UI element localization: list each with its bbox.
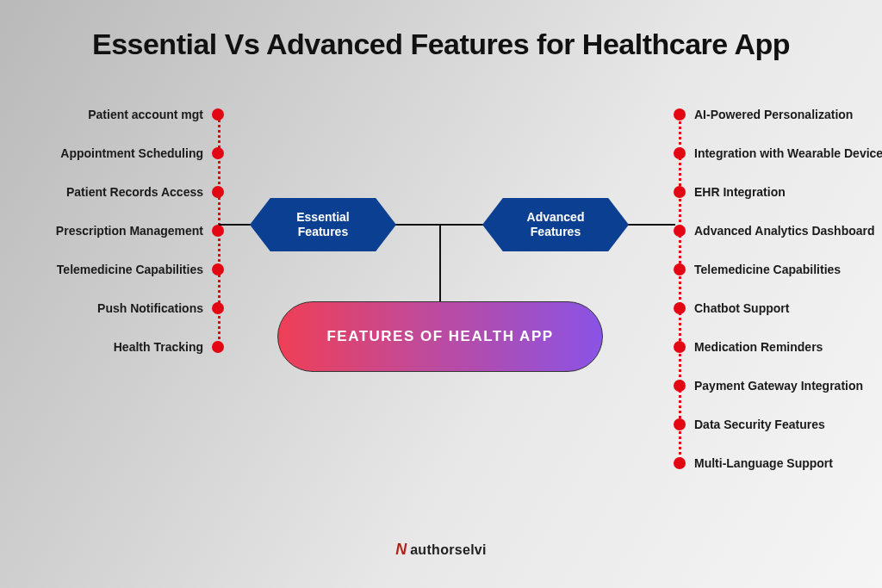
node-label: EssentialFeatures xyxy=(296,210,349,240)
bullet-icon xyxy=(674,263,686,275)
list-item-label: Appointment Scheduling xyxy=(60,146,203,160)
advanced-features-node: AdvancedFeatures xyxy=(482,198,629,251)
list-item-label: Prescription Management xyxy=(56,224,203,238)
list-item-label: Advanced Analytics Dashboard xyxy=(694,224,875,238)
central-pill: FEATURES OF HEALTH APP xyxy=(277,301,603,372)
list-item: Telemedicine Capabilities xyxy=(674,250,880,288)
list-item: Health Tracking xyxy=(26,327,224,366)
list-item: Advanced Analytics Dashboard xyxy=(674,211,880,250)
list-item-label: Multi-Language Support xyxy=(694,456,833,470)
list-item-label: Data Security Features xyxy=(694,418,825,431)
list-item-label: Telemedicine Capabilities xyxy=(694,263,841,276)
bullet-icon xyxy=(212,186,224,198)
list-item-label: Patient Records Access xyxy=(66,185,203,199)
bullet-icon xyxy=(212,263,224,275)
list-item: AI-Powered Personalization xyxy=(674,95,880,133)
list-item-label: Chatbot Support xyxy=(694,301,789,315)
bullet-icon xyxy=(674,418,686,430)
list-item: Integration with Wearable Devices xyxy=(674,133,880,172)
bullet-icon xyxy=(212,108,224,121)
list-item-label: Patient account mgt xyxy=(88,108,203,121)
brand-name: authorselvi xyxy=(410,542,487,558)
list-item-label: AI-Powered Personalization xyxy=(694,108,853,121)
list-item-label: Integration with Wearable Devices xyxy=(694,146,882,160)
list-item: Payment Gateway Integration xyxy=(674,366,880,405)
bullet-icon xyxy=(212,225,224,237)
bullet-icon xyxy=(674,225,686,237)
list-item-label: Payment Gateway Integration xyxy=(694,379,863,393)
connector-line xyxy=(439,224,441,301)
list-item: EHR Integration xyxy=(674,172,880,211)
list-item: Chatbot Support xyxy=(674,288,880,327)
bullet-icon xyxy=(674,341,686,353)
bullet-icon xyxy=(674,457,686,469)
bullet-icon xyxy=(674,108,686,121)
bullet-icon xyxy=(674,380,686,392)
list-item-label: Health Tracking xyxy=(114,340,203,354)
bullet-icon xyxy=(212,302,224,314)
connector-line xyxy=(219,224,253,226)
bullet-icon xyxy=(674,147,686,159)
list-item: Medication Reminders xyxy=(674,327,880,366)
list-item-label: Medication Reminders xyxy=(694,340,823,354)
list-item-label: EHR Integration xyxy=(694,185,786,199)
essential-features-node: EssentialFeatures xyxy=(250,198,396,251)
bullet-icon xyxy=(674,186,686,198)
list-item: Telemedicine Capabilities xyxy=(26,250,224,288)
list-item: Patient account mgt xyxy=(26,95,224,133)
list-item: Prescription Management xyxy=(26,211,224,250)
list-item: Patient Records Access xyxy=(26,172,224,211)
list-item: Data Security Features xyxy=(674,405,880,443)
brand-footer: N authorselvi xyxy=(0,541,882,559)
list-item: Push Notifications xyxy=(26,288,224,327)
connector-line xyxy=(624,224,675,226)
list-item-label: Push Notifications xyxy=(97,301,203,315)
advanced-features-list: AI-Powered PersonalizationIntegration wi… xyxy=(674,95,880,482)
brand-mark-icon: N xyxy=(395,541,407,559)
pill-label: FEATURES OF HEALTH APP xyxy=(326,328,553,345)
list-item: Appointment Scheduling xyxy=(26,133,224,172)
list-item-label: Telemedicine Capabilities xyxy=(57,263,203,276)
essential-features-list: Patient account mgtAppointment Schedulin… xyxy=(26,95,224,366)
bullet-icon xyxy=(674,302,686,314)
node-label: AdvancedFeatures xyxy=(527,210,585,240)
page-title: Essential Vs Advanced Features for Healt… xyxy=(0,28,882,61)
list-item: Multi-Language Support xyxy=(674,443,880,482)
bullet-icon xyxy=(212,341,224,353)
bullet-icon xyxy=(212,147,224,159)
